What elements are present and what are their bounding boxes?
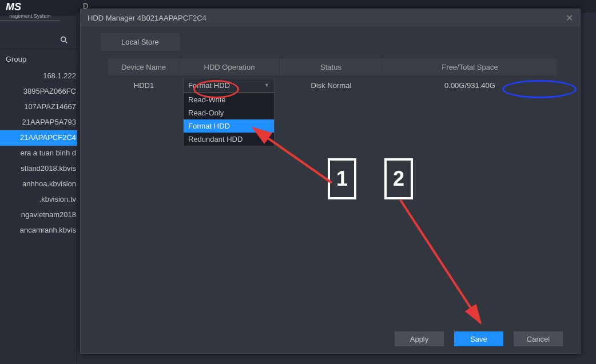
svg-line-1 [65,41,67,43]
hdd-operation-dropdown[interactable]: Format HDD ▼ [183,78,275,93]
dropdown-list: Read-WriteRead-OnlyFormat HDDRedundant H… [183,93,275,146]
search-icon [59,35,69,45]
dropdown-item[interactable]: Format HDD [184,119,274,133]
hdd-table: Device Name HDD Operation Status Free/To… [108,58,557,95]
modal-footer: Apply Save Cancel [395,331,563,346]
save-button[interactable]: Save [454,331,503,346]
cell-space: 0.00G/931.40G [383,75,557,95]
sidebar-item[interactable]: .kbvision.tv [0,192,77,207]
tab-row: Local Store [81,26,580,51]
sidebar-item[interactable]: era a tuan binh d [0,146,77,161]
modal-title: HDD Manager 4B021AAPAPCF2C4 [88,14,206,22]
cancel-button[interactable]: Cancel [514,331,563,346]
sidebar-item[interactable]: 21AAPAP5A793 [0,115,77,130]
dropdown-selected: Format HDD [188,81,230,90]
th-space: Free/Total Space [383,58,557,75]
cell-status: Disk Normal [280,75,383,95]
sidebar-item[interactable]: 3895PAZ066FC [0,84,77,99]
sidebar-item[interactable]: stland2018.kbvis [0,161,77,177]
close-icon[interactable]: ✕ [566,13,573,23]
dropdown-item[interactable]: Read-Write [184,93,274,106]
sidebar-item[interactable]: ngavietnam2018 [0,207,77,223]
sidebar-item[interactable]: 168.1.222 [0,69,77,84]
sidebar-group-label: Group [0,51,77,67]
th-status: Status [280,58,383,75]
sidebar-item[interactable]: ancamranh.kbvis [0,223,77,238]
tab-local-store[interactable]: Local Store [101,33,180,51]
sidebar-item[interactable]: 107APAZ14667 [0,99,77,115]
sidebar-item[interactable]: anhhoa.kbvision [0,177,77,192]
table-row: HDD1 Format HDD ▼ Read-WriteRead-OnlyFor… [108,75,557,95]
cell-operation: Format HDD ▼ Read-WriteRead-OnlyFormat H… [180,75,280,95]
th-hdd-operation: HDD Operation [180,58,280,75]
dropdown-item[interactable]: Read-Only [184,106,274,119]
th-device-name: Device Name [108,58,180,75]
modal-header: HDD Manager 4B021AAPAPCF2C4 ✕ [81,9,580,26]
table-header: Device Name HDD Operation Status Free/To… [108,58,557,75]
sidebar-item[interactable]: 21AAPAPCF2C4 [0,130,77,146]
svg-point-0 [61,37,66,42]
chevron-down-icon: ▼ [264,82,269,88]
app-subtitle: nagement System [0,13,60,21]
cell-device-name: HDD1 [108,75,180,95]
apply-button[interactable]: Apply [395,331,444,346]
dropdown-item[interactable]: Redundant HDD [184,133,274,146]
search-row[interactable] [0,32,77,49]
sidebar: MS nagement System Group 168.1.2223895PA… [0,0,77,364]
hdd-manager-modal: HDD Manager 4B021AAPAPCF2C4 ✕ Local Stor… [80,9,581,354]
